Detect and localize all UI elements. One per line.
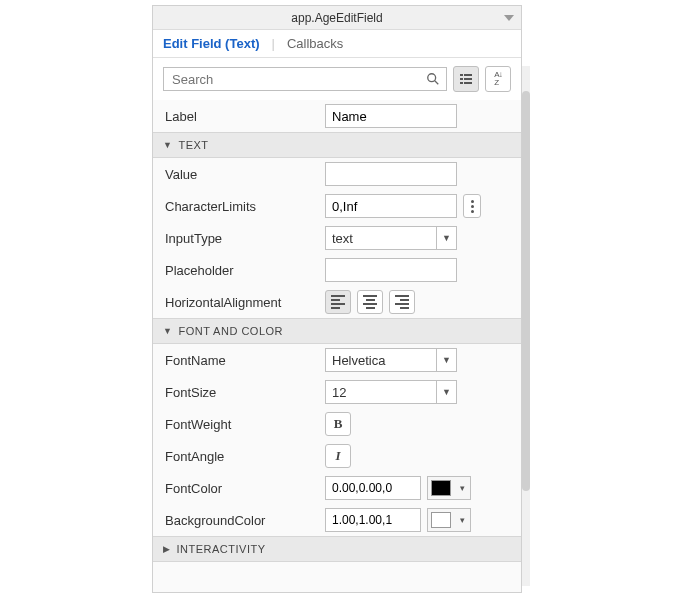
svg-rect-4 — [460, 78, 463, 80]
section-font-header[interactable]: ▼ FONT AND COLOR — [153, 318, 521, 344]
horizontal-alignment-row: HorizontalAlignment — [153, 286, 521, 318]
bold-toggle-button[interactable]: B — [325, 412, 351, 436]
tab-separator: | — [272, 36, 275, 51]
search-box — [163, 67, 447, 91]
svg-rect-3 — [464, 74, 472, 76]
input-type-label: InputType — [165, 231, 325, 246]
input-type-select[interactable]: text ▼ — [325, 226, 457, 250]
section-interactivity-header[interactable]: ▶ INTERACTIVITY — [153, 536, 521, 562]
font-angle-label: FontAngle — [165, 449, 325, 464]
character-limits-more-button[interactable] — [463, 194, 481, 218]
horizontal-alignment-label: HorizontalAlignment — [165, 295, 325, 310]
section-font-title: FONT AND COLOR — [178, 325, 283, 337]
placeholder-row: Placeholder — [153, 254, 521, 286]
svg-line-1 — [435, 81, 439, 85]
inspector-panel: app.AgeEditField Edit Field (Text) | Cal… — [152, 5, 522, 593]
font-weight-label: FontWeight — [165, 417, 325, 432]
label-row: Label — [153, 100, 521, 132]
chevron-right-icon: ▶ — [163, 544, 171, 554]
character-limits-row: CharacterLimits — [153, 190, 521, 222]
background-color-swatch — [431, 512, 451, 528]
chevron-down-icon: ▼ — [436, 349, 456, 371]
value-row: Value — [153, 158, 521, 190]
section-text-title: TEXT — [178, 139, 208, 151]
inspector-tabs: Edit Field (Text) | Callbacks — [153, 30, 521, 58]
placeholder-label: Placeholder — [165, 263, 325, 278]
font-color-picker[interactable]: ▾ — [427, 476, 471, 500]
align-center-icon — [363, 295, 377, 309]
font-size-value: 12 — [326, 385, 436, 400]
placeholder-input[interactable] — [325, 258, 457, 282]
font-name-select[interactable]: Helvetica ▼ — [325, 348, 457, 372]
background-color-label: BackgroundColor — [165, 513, 325, 528]
input-type-row: InputType text ▼ — [153, 222, 521, 254]
font-color-row: FontColor ▾ — [153, 472, 521, 504]
svg-rect-5 — [464, 78, 472, 80]
categorized-view-button[interactable] — [453, 66, 479, 92]
input-type-value: text — [326, 231, 436, 246]
align-right-icon — [395, 295, 409, 309]
search-row: A↓Z — [153, 58, 521, 100]
component-path-dropdown[interactable] — [501, 11, 517, 25]
svg-rect-6 — [460, 82, 463, 84]
background-color-picker[interactable]: ▾ — [427, 508, 471, 532]
font-name-value: Helvetica — [326, 353, 436, 368]
tab-edit-field[interactable]: Edit Field (Text) — [163, 36, 260, 51]
font-weight-row: FontWeight B — [153, 408, 521, 440]
scrollbar-thumb[interactable] — [522, 91, 530, 491]
font-size-label: FontSize — [165, 385, 325, 400]
font-color-input[interactable] — [325, 476, 421, 500]
alphabetical-view-button[interactable]: A↓Z — [485, 66, 511, 92]
font-color-label: FontColor — [165, 481, 325, 496]
list-icon — [459, 72, 473, 86]
align-right-button[interactable] — [389, 290, 415, 314]
background-color-row: BackgroundColor ▾ — [153, 504, 521, 536]
italic-toggle-button[interactable]: I — [325, 444, 351, 468]
character-limits-label: CharacterLimits — [165, 199, 325, 214]
tab-callbacks[interactable]: Callbacks — [287, 36, 343, 51]
value-input[interactable] — [325, 162, 457, 186]
label-property-label: Label — [165, 109, 325, 124]
background-color-input[interactable] — [325, 508, 421, 532]
component-path-bar: app.AgeEditField — [153, 6, 521, 30]
svg-point-0 — [428, 74, 436, 82]
component-path-text: app.AgeEditField — [291, 11, 382, 25]
sort-az-icon: A↓Z — [494, 71, 501, 87]
align-left-button[interactable] — [325, 290, 351, 314]
font-name-row: FontName Helvetica ▼ — [153, 344, 521, 376]
label-input[interactable] — [325, 104, 457, 128]
chevron-down-icon: ▾ — [454, 483, 470, 493]
chevron-down-icon: ▼ — [163, 326, 172, 336]
font-size-select[interactable]: 12 ▼ — [325, 380, 457, 404]
chevron-down-icon: ▾ — [454, 515, 470, 525]
align-center-button[interactable] — [357, 290, 383, 314]
font-angle-row: FontAngle I — [153, 440, 521, 472]
character-limits-input[interactable] — [325, 194, 457, 218]
font-size-row: FontSize 12 ▼ — [153, 376, 521, 408]
align-left-icon — [331, 295, 345, 309]
search-icon — [426, 72, 440, 86]
scrollbar-track[interactable] — [522, 66, 530, 586]
svg-rect-2 — [460, 74, 463, 76]
chevron-down-icon: ▼ — [163, 140, 172, 150]
chevron-down-icon: ▼ — [436, 227, 456, 249]
section-text-header[interactable]: ▼ TEXT — [153, 132, 521, 158]
section-interactivity-title: INTERACTIVITY — [177, 543, 266, 555]
font-color-swatch — [431, 480, 451, 496]
value-label: Value — [165, 167, 325, 182]
chevron-down-icon: ▼ — [436, 381, 456, 403]
svg-rect-7 — [464, 82, 472, 84]
font-name-label: FontName — [165, 353, 325, 368]
search-input[interactable] — [170, 71, 426, 88]
